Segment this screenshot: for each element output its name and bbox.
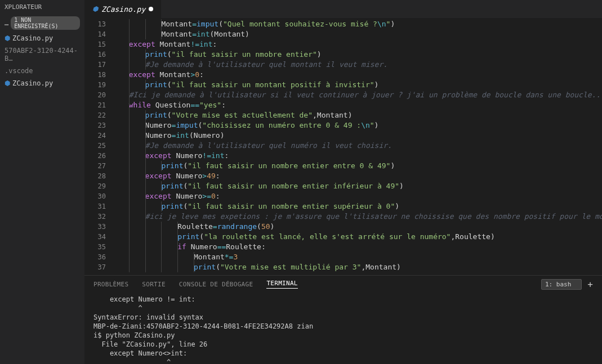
- code-line[interactable]: Roulette=randrange(50): [113, 222, 602, 232]
- open-editors-header[interactable]: … 1 NON ENREGISTRÉ(S): [0, 14, 84, 32]
- tab-zcasino[interactable]: ⬢ ZCasino.py: [84, 0, 161, 18]
- code-line[interactable]: except Numero>=0:: [113, 191, 602, 201]
- code-line[interactable]: except Montant!=int:: [113, 39, 602, 50]
- panel-tabs: PROBLÈMESSORTIECONSOLE DE DÉBOGAGETERMIN…: [84, 276, 602, 293]
- code-line[interactable]: print("Votre mise est actuellement de",M…: [113, 110, 602, 120]
- sidebar-item-1[interactable]: 570ABF2-3120-4244-B…: [0, 44, 84, 65]
- code-line[interactable]: #Je demande à l'utilisateur quel montant…: [113, 60, 602, 70]
- code-area[interactable]: Montant=imput("Quel montant souhaitez-vo…: [113, 18, 602, 275]
- code-line[interactable]: except Montant>0:: [113, 70, 602, 80]
- code-line[interactable]: except Numero>49:: [113, 171, 602, 181]
- panel-tab-problèmes[interactable]: PROBLÈMES: [93, 281, 128, 288]
- bottom-panel: PROBLÈMESSORTIECONSOLE DE DÉBOGAGETERMIN…: [84, 275, 602, 364]
- code-line[interactable]: Montant=int(Montant): [113, 29, 602, 39]
- sidebar-item-2[interactable]: .vscode: [0, 65, 84, 77]
- code-line[interactable]: #Je demande à l'utilisateur quel numéro …: [113, 141, 602, 151]
- code-line[interactable]: Numero=int(Numero): [113, 131, 602, 141]
- code-line[interactable]: except Numero!=int:: [113, 151, 602, 161]
- panel-tab-terminal[interactable]: TERMINAL: [266, 280, 297, 289]
- code-line[interactable]: #Ici je demande à l'utilisateur si il ve…: [113, 90, 602, 100]
- sidebar-item-3[interactable]: ⬢ZCasino.py: [0, 77, 84, 89]
- code-line[interactable]: Montant=imput("Quel montant souhaitez-vo…: [113, 19, 602, 29]
- code-line[interactable]: if Numero==Roulette:: [113, 242, 602, 252]
- modified-dot-icon: [149, 7, 153, 11]
- python-icon: ⬢: [5, 79, 10, 87]
- panel-tab-sortie[interactable]: SORTIE: [142, 281, 166, 288]
- editor-tabs: ⬢ ZCasino.py: [84, 0, 602, 18]
- code-line[interactable]: print("il faut saisir un nombre entier e…: [113, 161, 602, 171]
- code-line[interactable]: print("Votre mise est multiplié par 3",M…: [113, 262, 602, 272]
- sidebar-item-label: 570ABF2-3120-4244-B…: [5, 47, 80, 62]
- sidebar-item-label: .vscode: [5, 67, 33, 75]
- terminal-output[interactable]: except Numero != int: ^ SyntaxError: inv…: [84, 293, 602, 364]
- code-line[interactable]: print("il faut saisir un nombre entier s…: [113, 201, 602, 212]
- python-icon: ⬢: [92, 5, 98, 13]
- code-editor[interactable]: 1314151617181920212223242526272829303132…: [84, 18, 602, 275]
- code-line[interactable]: print("il faut saisir un nombre entier i…: [113, 181, 602, 191]
- python-icon: ⬢: [5, 34, 10, 42]
- terminal-selector[interactable]: 1: bash: [541, 279, 582, 290]
- code-line[interactable]: print("il faut saisir un nmobre entier"): [113, 50, 602, 60]
- line-gutter: 1314151617181920212223242526272829303132…: [84, 18, 113, 275]
- code-line[interactable]: print("la roulette est lancé, elle s'est…: [113, 232, 602, 242]
- sidebar-item-label: ZCasino.py: [12, 79, 53, 87]
- new-terminal-button[interactable]: +: [587, 279, 593, 290]
- unsaved-badge: 1 NON ENREGISTRÉ(S): [11, 16, 80, 30]
- code-line[interactable]: Numero=imput("choisissez un numéro entre…: [113, 120, 602, 131]
- code-line[interactable]: Montant*=3: [113, 252, 602, 262]
- code-line[interactable]: while Question=="yes":: [113, 100, 602, 110]
- explorer-title: XPLORATEUR: [0, 0, 84, 14]
- panel-tab-console-de-débogage[interactable]: CONSOLE DE DÉBOGAGE: [179, 281, 253, 288]
- sidebar-item-0[interactable]: ⬢ZCasino.py: [0, 32, 84, 44]
- code-line[interactable]: #ici je leve mes expetions : je m'assure…: [113, 212, 602, 222]
- explorer-sidebar: XPLORATEUR … 1 NON ENREGISTRÉ(S) ⬢ZCasin…: [0, 0, 84, 364]
- code-line[interactable]: print("il faut saisir un montant positif…: [113, 80, 602, 90]
- sidebar-item-label: ZCasino.py: [12, 34, 53, 42]
